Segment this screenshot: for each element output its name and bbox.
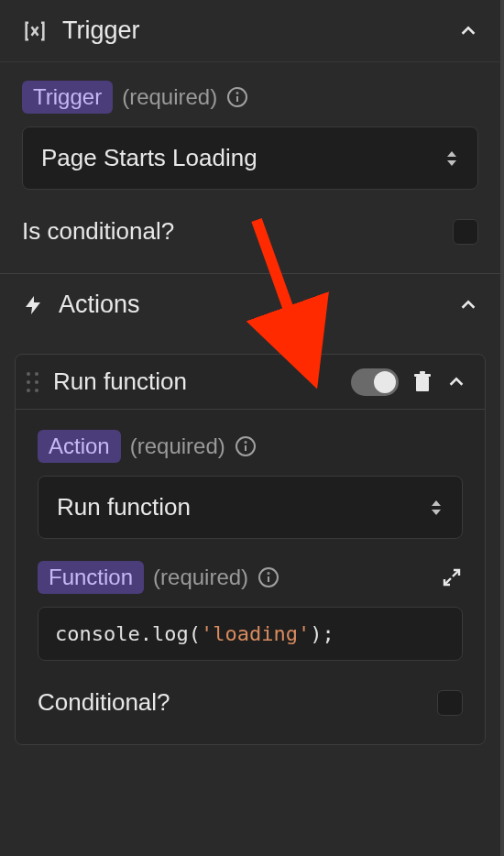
svg-rect-6 [414, 374, 431, 377]
info-icon[interactable] [257, 566, 279, 588]
actions-section-header[interactable]: Actions [0, 274, 500, 335]
select-updown-icon [429, 499, 444, 517]
variable-icon [22, 18, 48, 44]
lightning-icon [22, 294, 44, 316]
action-required-text: (required) [130, 433, 225, 459]
function-code-input[interactable]: console.log('loading'); [38, 607, 463, 661]
action-field-label-row: Action (required) [38, 430, 463, 463]
function-field-label-row: Function (required) [38, 561, 463, 594]
action-item-title: Run function [53, 368, 338, 396]
svg-marker-3 [447, 151, 456, 157]
function-label-badge: Function [38, 561, 144, 594]
trigger-section-body: Trigger (required) Page Starts Loading I… [0, 62, 500, 273]
action-conditional-checkbox[interactable] [437, 690, 463, 716]
trigger-label-badge: Trigger [22, 81, 113, 114]
code-string: 'loading' [201, 622, 310, 645]
svg-point-10 [245, 442, 246, 443]
info-icon[interactable] [226, 86, 248, 108]
trigger-select-value: Page Starts Loading [41, 144, 257, 172]
action-item-body: Action (required) Run function Function … [16, 410, 485, 744]
svg-point-15 [268, 573, 269, 574]
code-suffix: ); [310, 622, 334, 645]
trigger-conditional-label: Is conditional? [22, 217, 174, 246]
info-icon[interactable] [235, 435, 257, 457]
trash-icon[interactable] [411, 370, 433, 394]
action-select-value: Run function [57, 493, 191, 521]
action-enabled-toggle[interactable] [351, 368, 399, 396]
toggle-knob [374, 371, 396, 393]
chevron-up-icon[interactable] [446, 372, 466, 392]
trigger-conditional-row: Is conditional? [22, 212, 478, 266]
code-prefix: console.log( [55, 622, 201, 645]
action-item-header: Run function [16, 355, 485, 410]
svg-point-2 [237, 93, 238, 93]
trigger-required-text: (required) [122, 84, 217, 110]
actions-section-title: Actions [59, 291, 444, 319]
chevron-up-icon [458, 295, 478, 315]
svg-rect-7 [420, 371, 425, 374]
trigger-section-title: Trigger [62, 16, 444, 45]
chevron-up-icon [458, 21, 478, 41]
trigger-conditional-checkbox[interactable] [453, 219, 478, 245]
select-updown-icon [444, 149, 459, 168]
drag-handle-icon[interactable] [25, 368, 40, 396]
trigger-section-header[interactable]: Trigger [0, 0, 500, 62]
expand-icon[interactable] [441, 566, 463, 588]
action-select[interactable]: Run function [38, 476, 463, 539]
action-item-card: Run function Action (required) [15, 354, 486, 745]
svg-marker-4 [447, 160, 456, 166]
action-conditional-label: Conditional? [38, 688, 170, 717]
config-panel: Trigger Trigger (required) Page Starts L… [0, 0, 504, 856]
svg-marker-11 [432, 500, 441, 506]
svg-marker-12 [432, 510, 441, 515]
trigger-field-label-row: Trigger (required) [22, 81, 478, 114]
trigger-select[interactable]: Page Starts Loading [22, 126, 478, 190]
svg-rect-5 [416, 377, 429, 391]
action-conditional-row: Conditional? [38, 683, 463, 737]
function-required-text: (required) [153, 565, 248, 590]
action-label-badge: Action [38, 430, 121, 463]
